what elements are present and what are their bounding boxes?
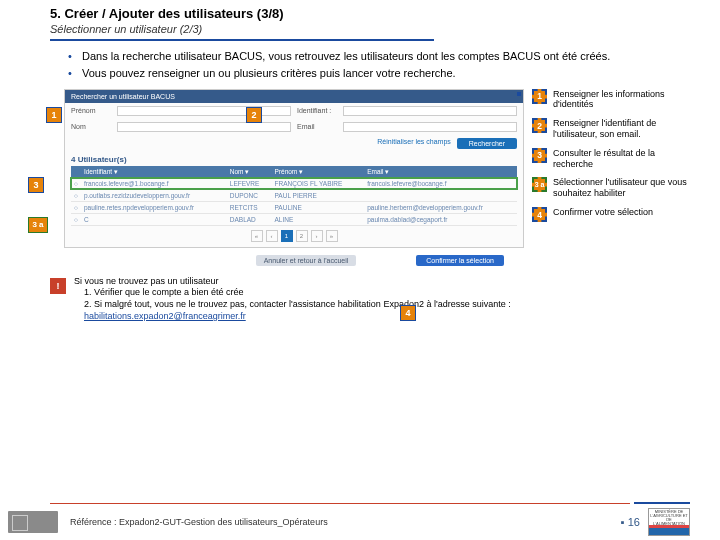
- table-row[interactable]: ○p.outlabs.rezidzudeveloppern.gouv.frDUP…: [71, 189, 517, 201]
- note-item: 2. Si malgré tout, vous ne le trouvez pa…: [84, 299, 660, 322]
- bullet: Vous pouvez renseigner un ou plusieurs c…: [68, 66, 690, 81]
- legend-num: 1: [532, 89, 547, 104]
- col-email[interactable]: Email ▾: [364, 166, 517, 178]
- col-nom[interactable]: Nom ▾: [227, 166, 272, 178]
- input-prenom[interactable]: [117, 106, 291, 116]
- divider: [50, 39, 690, 41]
- page-next[interactable]: ›: [311, 230, 323, 242]
- label-prenom: Prénom: [71, 107, 111, 114]
- col-prenom[interactable]: Prénom ▾: [272, 166, 365, 178]
- bullet: Dans la recherche utilisateur BACUS, vou…: [68, 49, 690, 64]
- table-row[interactable]: ○pauline.retes.npdevelopperiem.gouv.frRE…: [71, 201, 517, 213]
- marker-1: 1: [46, 107, 62, 123]
- slide-subtitle: Sélectionner un utilisateur (2/3): [50, 23, 690, 35]
- label-email: Email: [297, 123, 337, 130]
- note-title: Si vous ne trouvez pas un utilisateur: [74, 276, 660, 288]
- label-nom: Nom: [71, 123, 111, 130]
- results-table: Identifiant ▾ Nom ▾ Prénom ▾ Email ▾ ○fr…: [71, 166, 517, 226]
- franceagrimer-logo: [8, 511, 58, 533]
- legend-num: 2: [532, 118, 547, 133]
- table-row[interactable]: ○CDABLADALINEpaulma.dablad@cegaport.fr: [71, 213, 517, 225]
- page-number: 16: [621, 516, 640, 528]
- result-count: 4 Utilisateur(s): [71, 155, 517, 164]
- legend-text: Sélectionner l'utilisateur que vous souh…: [553, 177, 690, 199]
- legend: 1Renseigner les informations d'identités…: [532, 89, 690, 270]
- slide-title: 5. Créer / Ajouter des utilisateurs (3/8…: [50, 6, 690, 21]
- page-2[interactable]: 2: [296, 230, 308, 242]
- app-screenshot: Rechercher un utilisateur BACUS Prénom I…: [64, 89, 524, 248]
- label-identifiant: Identifiant :: [297, 107, 337, 114]
- legend-num: 3: [532, 148, 547, 163]
- page-prev[interactable]: ‹: [266, 230, 278, 242]
- reset-button[interactable]: Réinitialiser les champs: [377, 138, 451, 149]
- cancel-button[interactable]: Annuler et retour à l'accueil: [256, 255, 357, 266]
- ministry-logo: MINISTÈRE DE L'AGRICULTURE ET DE L'ALIME…: [648, 508, 690, 536]
- page-first[interactable]: «: [251, 230, 263, 242]
- pagination: « ‹ 1 2 › »: [71, 226, 517, 244]
- marker-2: 2: [246, 107, 262, 123]
- footer: Référence : Expadon2-GUT-Gestion des uti…: [0, 504, 720, 540]
- panel-header: Rechercher un utilisateur BACUS: [65, 90, 523, 103]
- input-identifiant[interactable]: [343, 106, 517, 116]
- screenshot-region: 1 2 3 3 a 4 Rechercher un utilisateur BA…: [50, 89, 524, 270]
- mail-link[interactable]: habilitations.expadon2@franceagrimer.fr: [84, 311, 246, 321]
- legend-text: Confirmer votre sélection: [553, 207, 653, 218]
- input-nom[interactable]: [117, 122, 291, 132]
- legend-text: Renseigner l'identifiant de l'utilisateu…: [553, 118, 690, 140]
- page-1[interactable]: 1: [281, 230, 293, 242]
- table-row[interactable]: ○francois.lefevre@1.bocange.fLEFEVREFRAN…: [71, 178, 517, 190]
- confirm-button[interactable]: Confirmer la sélection: [416, 255, 504, 266]
- search-button[interactable]: Rechercher: [457, 138, 517, 149]
- note-item: 1. Vérifier que le compte a bien été cré…: [84, 287, 660, 299]
- warning-icon: !: [50, 278, 66, 294]
- legend-text: Consulter le résultat de la recherche: [553, 148, 690, 170]
- bullet-list: Dans la recherche utilisateur BACUS, vou…: [68, 49, 690, 81]
- close-icon: [517, 92, 521, 96]
- reference-text: Référence : Expadon2-GUT-Gestion des uti…: [70, 517, 621, 527]
- marker-3: 3: [28, 177, 44, 193]
- legend-num: 3 a: [532, 177, 547, 192]
- marker-4: 4: [400, 305, 416, 321]
- page-last[interactable]: »: [326, 230, 338, 242]
- legend-num: 4: [532, 207, 547, 222]
- note-box: ! Si vous ne trouvez pas un utilisateur …: [50, 276, 660, 323]
- col-id[interactable]: Identifiant ▾: [81, 166, 227, 178]
- marker-3a: 3 a: [28, 217, 48, 233]
- input-email[interactable]: [343, 122, 517, 132]
- legend-text: Renseigner les informations d'identités: [553, 89, 690, 111]
